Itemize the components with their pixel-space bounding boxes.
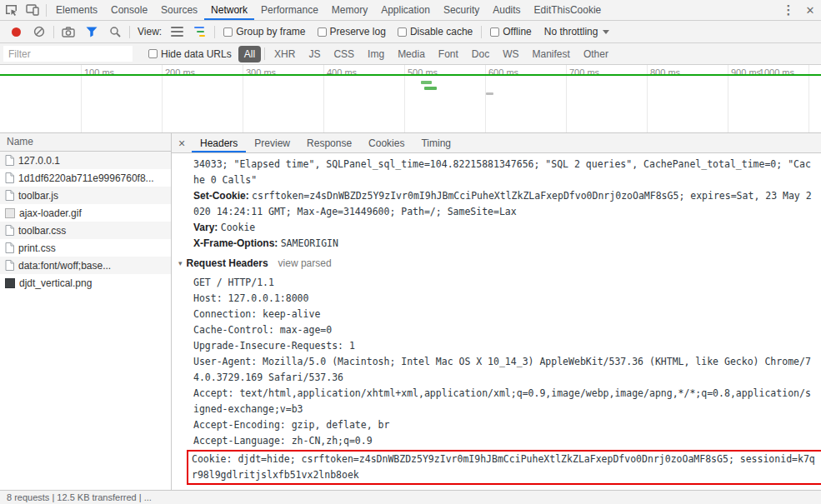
script-icon [5,190,14,201]
hide-data-urls-checkbox[interactable]: Hide data URLs [148,48,232,60]
filter-type-js[interactable]: JS [303,46,326,62]
view-parsed-link[interactable]: view parsed [278,256,332,272]
request-name: toolbar.css [18,225,66,237]
raw-request-line: Accept: text/html,application/xhtml+xml,… [193,386,814,417]
camera-icon [62,27,75,37]
disclosure-triangle-icon[interactable]: ▾ [178,256,183,272]
tab-response[interactable]: Response [298,133,360,152]
header-value: SAMEORIGIN [281,237,338,249]
capture-screenshots-button[interactable] [57,27,80,37]
name-column-header[interactable]: Name [0,133,171,152]
devtools-tabbar: Elements Console Sources Network Perform… [0,0,821,21]
timeline-tick-label: 800 ms [650,67,680,77]
details-tabbar: × Headers Preview Response Cookies Timin… [172,133,821,153]
filter-type-img[interactable]: Img [362,46,390,62]
tab-security[interactable]: Security [437,0,486,20]
request-row[interactable]: toolbar.css [0,222,171,239]
hide-data-urls-label: Hide data URLs [161,48,232,60]
cookie-highlight-box: Cookie: djdt=hide; csrftoken=z4sDnWBZDz5… [187,450,821,485]
inspect-element-button[interactable] [0,0,22,20]
timeline-tick-label: 300 ms [246,67,276,77]
use-small-rows-button[interactable] [165,27,188,37]
overview-request-bar [486,92,493,95]
image-thumbnail-icon [5,208,15,218]
filter-type-all[interactable]: All [238,46,261,62]
request-row[interactable]: 127.0.0.1 [0,152,171,169]
close-icon: × [178,137,185,150]
filter-type-font[interactable]: Font [433,46,464,62]
request-row[interactable]: print.css [0,239,171,257]
separator [129,26,130,38]
disable-cache-checkbox[interactable]: Disable cache [398,26,473,37]
offline-label: Offline [503,26,531,37]
tab-preview[interactable]: Preview [246,133,298,152]
network-main-area: Name 127.0.0.1 1d1df6220ab711e9996760f8.… [0,133,821,490]
more-options-button[interactable]: ⋮ [778,0,799,20]
tab-sources[interactable]: Sources [154,0,204,20]
tab-headers[interactable]: Headers [192,133,246,152]
header-name: Set-Cookie: [193,190,249,202]
show-overview-button[interactable] [188,27,212,37]
filter-type-xhr[interactable]: XHR [268,46,301,62]
device-toolbar-icon [26,4,39,16]
request-row[interactable]: data:font/woff;base... [0,257,171,274]
request-row[interactable]: djdt_vertical.png [0,274,171,292]
raw-request-line: GET / HTTP/1.1 [193,275,814,291]
response-header-row: X-Frame-Options: SAMEORIGIN [193,236,814,252]
stylesheet-icon [5,225,14,236]
request-name: data:font/woff;base... [18,260,111,272]
request-row[interactable]: 1d1df6220ab711e9996760f8... [0,169,171,187]
group-by-frame-checkbox[interactable]: Group by frame [223,26,305,37]
timeline-tick-label: 400 ms [327,67,357,77]
filter-toggle-button[interactable] [80,27,103,37]
network-overview-timeline[interactable]: 100 ms 200 ms 300 ms 400 ms 500 ms 600 m… [0,65,821,133]
request-row[interactable]: toolbar.js [0,187,171,204]
checkbox-box [398,27,407,37]
tab-performance[interactable]: Performance [254,0,325,20]
headers-pane: 34033; "Elapsed time", SQLPanel_sql_time… [172,153,821,490]
raw-request-line: Accept-Language: zh-CN,zh;q=0.9 [193,433,814,449]
tab-elements[interactable]: Elements [49,0,104,20]
request-details-panel: × Headers Preview Response Cookies Timin… [172,133,821,490]
filter-type-other[interactable]: Other [578,46,614,62]
request-name: 1d1df6220ab711e9996760f8... [18,172,154,184]
filter-type-media[interactable]: Media [392,46,431,62]
chevron-down-icon [603,30,609,34]
close-icon: ✕ [806,4,815,17]
filter-type-css[interactable]: CSS [328,46,360,62]
tab-editthiscookie[interactable]: EditThisCookie [528,0,608,20]
filter-type-ws[interactable]: WS [497,46,524,62]
tab-application[interactable]: Application [374,0,437,20]
raw-request-line: Accept-Encoding: gzip, deflate, br [193,417,814,433]
image-thumbnail-icon [5,278,15,288]
tab-console[interactable]: Console [104,0,154,20]
close-details-button[interactable]: × [172,133,192,152]
tab-timing[interactable]: Timing [413,133,459,152]
filter-type-manifest[interactable]: Manifest [527,46,576,62]
device-toolbar-button[interactable] [22,0,43,20]
search-button[interactable] [103,26,127,37]
filter-input[interactable] [3,46,133,62]
throttling-select[interactable]: No throttling [544,26,610,37]
record-network-log-button[interactable] [4,27,28,37]
small-rows-icon [171,27,183,37]
separator [481,26,482,38]
clear-network-log-button[interactable] [28,26,51,37]
view-label: View: [138,26,162,37]
offline-checkbox[interactable]: Offline [490,26,531,37]
tab-memory[interactable]: Memory [325,0,374,20]
document-icon [5,155,14,166]
font-icon [5,260,14,271]
close-devtools-button[interactable]: ✕ [799,0,821,20]
devtools-window: Elements Console Sources Network Perform… [0,0,821,504]
search-icon [109,26,121,37]
filter-type-doc[interactable]: Doc [466,46,495,62]
separator [53,26,54,38]
preserve-log-checkbox[interactable]: Preserve log [318,26,386,37]
tab-network[interactable]: Network [204,0,254,20]
request-row[interactable]: ajax-loader.gif [0,204,171,222]
timeline-tick-label: 200 ms [165,67,195,77]
request-name: print.css [18,242,56,254]
tab-audits[interactable]: Audits [486,0,527,20]
tab-cookies[interactable]: Cookies [360,133,413,152]
